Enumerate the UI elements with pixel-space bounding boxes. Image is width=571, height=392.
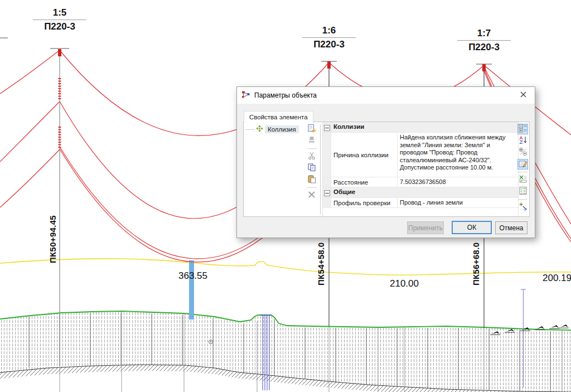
property-value[interactable]: Провод - линия земли: [398, 198, 518, 207]
stamp-icon: [307, 135, 316, 146]
row-gutter: [323, 177, 331, 187]
cut-button[interactable]: [307, 151, 317, 162]
copy-icon: [307, 163, 316, 173]
property-label: Расстояние: [331, 177, 398, 187]
paste-icon: [307, 175, 316, 185]
property-row-check-profile[interactable]: Профиль проверки Провод - линия земли: [323, 198, 518, 208]
station-label-2: ПК54+58.0: [316, 243, 326, 285]
tower-1-type: П220-3: [33, 22, 86, 32]
close-button[interactable]: [511, 87, 535, 103]
checklist-icon: [519, 186, 528, 197]
ground-hatch-band: [0, 311, 571, 392]
view-categorized-icon: [519, 124, 528, 134]
panel-divider: [320, 124, 321, 214]
tower-2-type: П220-3: [302, 40, 356, 50]
property-label: Профиль проверки: [331, 198, 398, 207]
span-length-1: 363.55: [178, 270, 207, 282]
apply-button[interactable]: Применить: [407, 221, 444, 234]
property-grid: Коллизии Причина коллизии Найдена коллиз…: [322, 122, 519, 216]
grid-section-general[interactable]: Общие: [323, 187, 518, 198]
section-title: Общие: [331, 187, 518, 197]
tree-item-collision[interactable]: Коллизия: [246, 125, 299, 134]
tower-1: [50, 49, 69, 319]
grid-toolbar: [517, 123, 529, 213]
collision-bar[interactable]: [189, 260, 194, 320]
validation-settings-icon: [519, 175, 528, 185]
toolbar-separator: [307, 187, 317, 188]
sort-alphabetical-icon: [519, 135, 528, 146]
section-gutter: [323, 122, 331, 132]
ok-button[interactable]: ОК: [452, 221, 492, 234]
span-length-3: 200.19: [543, 273, 571, 284]
expand-collapse-button[interactable]: [517, 147, 528, 158]
tower-3-ratio: 1:7: [457, 28, 511, 41]
view-categorized-button[interactable]: [517, 124, 528, 134]
tower-1-ratio: 1:5: [33, 8, 86, 20]
object-parameters-dialog: Параметры объекта Свойства элемента: [236, 86, 535, 238]
validation-settings-button[interactable]: [517, 175, 528, 185]
row-gutter: [323, 198, 331, 207]
add-element-button[interactable]: [307, 124, 317, 134]
property-row-distance[interactable]: Расстояние 7.503236736508: [323, 177, 518, 187]
dialog-titlebar[interactable]: Параметры объекта: [237, 87, 535, 104]
add-property-icon: [519, 202, 528, 212]
close-icon: [520, 91, 526, 99]
station-label-1: ПК50+94.45: [48, 215, 57, 263]
property-row-collision-reason[interactable]: Причина коллизии Найдена коллизия сближе…: [323, 133, 518, 177]
collapse-icon[interactable]: [324, 190, 330, 196]
edit-value-icon: [519, 159, 528, 170]
dialog-title: Параметры объекта: [254, 91, 317, 99]
property-label: Причина коллизии: [331, 133, 398, 177]
tower-3-label: 1:7 П220-3: [457, 28, 511, 52]
tree-connector: [246, 129, 254, 130]
property-value[interactable]: Найдена коллизия сближения между землей …: [398, 133, 518, 177]
tab-element-properties[interactable]: Свойства элемента: [244, 111, 313, 123]
grid-section-collisions[interactable]: Коллизии: [323, 122, 518, 133]
span-length-2: 210.00: [390, 278, 419, 289]
tab-page: Коллизия: [243, 122, 530, 217]
cut-icon: [307, 151, 316, 162]
tower-2-label: 1:6 П220-3: [302, 26, 356, 50]
checklist-button[interactable]: [517, 186, 528, 197]
toolbar-separator: [518, 199, 528, 200]
tower-2-ratio: 1:6: [302, 26, 356, 38]
collision-icon: [256, 125, 263, 134]
element-toolbar: [304, 123, 319, 201]
dialog-icon: [241, 90, 250, 101]
insert-element-button[interactable]: [307, 135, 317, 146]
toolbar-separator: [518, 172, 528, 172]
sort-alphabetical-button[interactable]: [517, 135, 528, 146]
copy-button[interactable]: [307, 163, 317, 173]
add-element-icon: [307, 124, 316, 134]
cancel-button[interactable]: Отмена: [495, 221, 528, 234]
cad-profile-view: 1:5 П220-3 1:6 П220-3 1:7 П220-3 ПК50+94…: [0, 0, 571, 392]
section-gutter: [323, 187, 331, 197]
tree-item-label: Коллизия: [265, 125, 299, 133]
paste-button[interactable]: [307, 175, 317, 185]
edit-value-button[interactable]: [517, 159, 528, 170]
property-value[interactable]: 7.503236736508: [398, 177, 518, 187]
toolbar-separator: [307, 148, 317, 149]
collapse-icon[interactable]: [324, 125, 330, 131]
delete-icon: [307, 190, 316, 201]
delete-button[interactable]: [307, 190, 317, 201]
tower-1-label: 1:5 П220-3: [33, 8, 86, 32]
clearance-line: [0, 259, 571, 275]
add-property-button[interactable]: [517, 202, 528, 212]
row-gutter: [323, 133, 331, 177]
section-title: Коллизии: [331, 122, 518, 132]
expand-collapse-icon: [519, 147, 528, 158]
tower-3-type: П220-3: [457, 42, 511, 52]
station-label-3: ПК56+68.0: [471, 243, 481, 285]
